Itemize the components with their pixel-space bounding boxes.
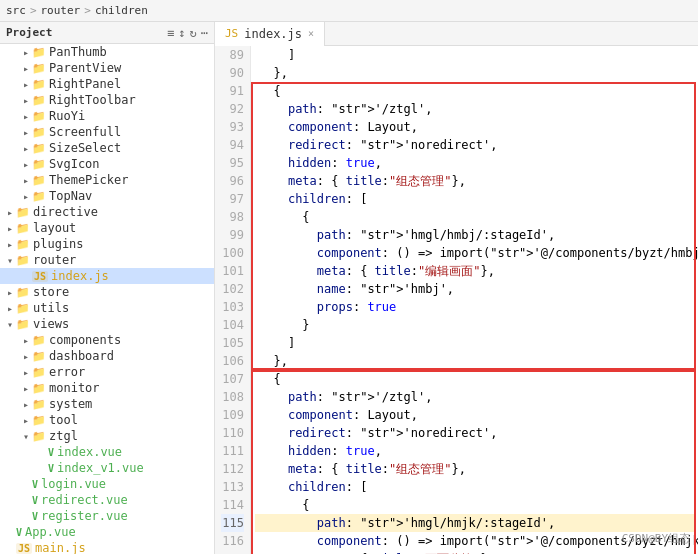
tree-item-components[interactable]: ▸📁components <box>0 332 214 348</box>
code-line: meta: { title:"画面监控"}, <box>255 550 694 554</box>
file-tree-panel: Project ≡ ↕ ↻ ⋯ ▸📁PanThumb▸📁ParentView▸📁… <box>0 22 215 554</box>
tree-item-dashboard[interactable]: ▸📁dashboard <box>0 348 214 364</box>
file-tree: ▸📁PanThumb▸📁ParentView▸📁RightPanel▸📁Righ… <box>0 44 214 554</box>
vue-icon: V <box>32 511 38 522</box>
tab-close-button[interactable]: × <box>308 28 314 39</box>
tree-arrow: ▸ <box>20 383 32 394</box>
collapse-icon[interactable]: ≡ <box>167 26 174 40</box>
tree-arrow: ▸ <box>20 399 32 410</box>
tree-item-ztgl[interactable]: ▾📁ztgl <box>0 428 214 444</box>
folder-icon: 📁 <box>32 174 46 187</box>
code-lines: ] }, { path: "str">'/ztgl', component: L… <box>255 46 694 554</box>
tree-item-tool[interactable]: ▸📁tool <box>0 412 214 428</box>
tree-item-utils[interactable]: ▸📁utils <box>0 300 214 316</box>
sort-icon[interactable]: ↕ <box>178 26 185 40</box>
line-number: 107 <box>221 370 244 388</box>
tree-item-system[interactable]: ▸📁system <box>0 396 214 412</box>
code-line: hidden: true, <box>255 154 694 172</box>
line-number: 91 <box>221 82 244 100</box>
folder-icon: 📁 <box>32 94 46 107</box>
tree-arrow: ▸ <box>20 127 32 138</box>
code-line: redirect: "str">'noredirect', <box>255 424 694 442</box>
line-number: 95 <box>221 154 244 172</box>
folder-icon: 📁 <box>32 382 46 395</box>
tree-item-store[interactable]: ▸📁store <box>0 284 214 300</box>
code-line: meta: { title:"组态管理"}, <box>255 172 694 190</box>
tree-label: tool <box>49 413 78 427</box>
folder-icon: 📁 <box>32 158 46 171</box>
refresh-icon[interactable]: ↻ <box>190 26 197 40</box>
tree-item-screenfull[interactable]: ▸📁Screenfull <box>0 124 214 140</box>
folder-icon: 📁 <box>16 206 30 219</box>
tree-item-loginvue[interactable]: Vlogin.vue <box>0 476 214 492</box>
tree-arrow: ▸ <box>4 287 16 298</box>
tree-label: utils <box>33 301 69 315</box>
tree-label: TopNav <box>49 189 92 203</box>
tree-arrow: ▸ <box>20 63 32 74</box>
tree-arrow: ▸ <box>4 303 16 314</box>
code-line: children: [ <box>255 478 694 496</box>
editor-panel: JS index.js × 89909192939495969798991001… <box>215 22 698 554</box>
tree-item-themepicker[interactable]: ▸📁ThemePicker <box>0 172 214 188</box>
tree-item-router[interactable]: ▾📁router <box>0 252 214 268</box>
line-number: 109 <box>221 406 244 424</box>
tree-item-mainjs[interactable]: JSmain.js <box>0 540 214 554</box>
tree-item-indexvue[interactable]: Vindex.vue <box>0 444 214 460</box>
tree-arrow: ▸ <box>20 159 32 170</box>
tree-item-parentview[interactable]: ▸📁ParentView <box>0 60 214 76</box>
tree-item-rightpanel[interactable]: ▸📁RightPanel <box>0 76 214 92</box>
line-number: 96 <box>221 172 244 190</box>
editor-body[interactable]: 8990919293949596979899100101102103104105… <box>215 46 698 554</box>
tree-item-appvue[interactable]: VApp.vue <box>0 524 214 540</box>
folder-icon: 📁 <box>32 62 46 75</box>
tree-label: PanThumb <box>49 45 107 59</box>
code-line: ] <box>255 46 694 64</box>
folder-icon: 📁 <box>16 302 30 315</box>
tree-item-panthumb[interactable]: ▸📁PanThumb <box>0 44 214 60</box>
more-icon[interactable]: ⋯ <box>201 26 208 40</box>
tree-arrow: ▾ <box>4 255 16 266</box>
line-number: 112 <box>221 460 244 478</box>
tree-arrow: ▸ <box>20 367 32 378</box>
folder-icon: 📁 <box>32 334 46 347</box>
code-line: }, <box>255 64 694 82</box>
tree-item-registervue[interactable]: Vregister.vue <box>0 508 214 524</box>
vue-icon: V <box>48 463 54 474</box>
tree-arrow: ▸ <box>20 95 32 106</box>
tree-item-directive[interactable]: ▸📁directive <box>0 204 214 220</box>
code-line: path: "str">'hmgl/hmbj/:stageId', <box>255 226 694 244</box>
folder-icon: 📁 <box>32 126 46 139</box>
breadcrumb-router: router <box>41 4 81 17</box>
line-number: 115 <box>221 514 244 532</box>
tab-bar: JS index.js × <box>215 22 698 46</box>
tree-label: ThemePicker <box>49 173 128 187</box>
tree-label: monitor <box>49 381 100 395</box>
tree-item-ruoyi[interactable]: ▸📁RuoYi <box>0 108 214 124</box>
folder-icon: 📁 <box>32 350 46 363</box>
tree-item-redirectvue[interactable]: Vredirect.vue <box>0 492 214 508</box>
js-icon: JS <box>32 271 48 282</box>
tab-indexjs[interactable]: JS index.js × <box>215 22 325 46</box>
tree-item-layout[interactable]: ▸📁layout <box>0 220 214 236</box>
tree-item-monitor[interactable]: ▸📁monitor <box>0 380 214 396</box>
main-layout: Project ≡ ↕ ↻ ⋯ ▸📁PanThumb▸📁ParentView▸📁… <box>0 22 698 554</box>
tree-item-righttoolbar[interactable]: ▸📁RightToolbar <box>0 92 214 108</box>
tree-item-sizeselect[interactable]: ▸📁SizeSelect <box>0 140 214 156</box>
code-area[interactable]: ] }, { path: "str">'/ztgl', component: L… <box>251 46 698 554</box>
tree-item-topnav[interactable]: ▸📁TopNav <box>0 188 214 204</box>
line-number: 93 <box>221 118 244 136</box>
tree-item-indexjs[interactable]: JSindex.js <box>0 268 214 284</box>
code-line: { <box>255 496 694 514</box>
line-number: 102 <box>221 280 244 298</box>
code-line: } <box>255 316 694 334</box>
tree-item-svgicon[interactable]: ▸📁SvgIcon <box>0 156 214 172</box>
tree-label: Screenfull <box>49 125 121 139</box>
line-number: 89 <box>221 46 244 64</box>
tree-item-indexv1vue[interactable]: Vindex_v1.vue <box>0 460 214 476</box>
tree-label: RightPanel <box>49 77 121 91</box>
tree-item-views[interactable]: ▾📁views <box>0 316 214 332</box>
tree-item-plugins[interactable]: ▸📁plugins <box>0 236 214 252</box>
vue-icon: V <box>32 495 38 506</box>
tree-item-error[interactable]: ▸📁error <box>0 364 214 380</box>
line-number: 110 <box>221 424 244 442</box>
